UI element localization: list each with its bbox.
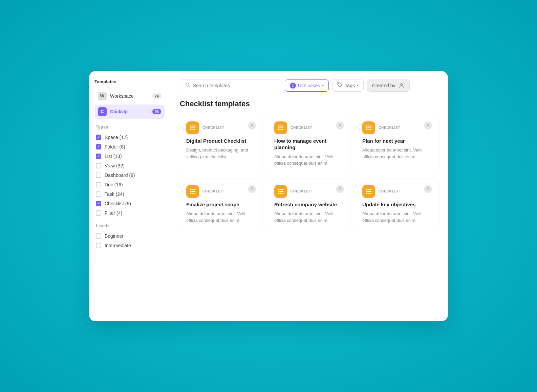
type-filter-task[interactable]: Task (24) (94, 190, 165, 199)
sidebar: Templates W Workspace 24 C ClickUp 96 Ty… (89, 71, 170, 321)
sidebar-types: Space (12) Folder (8) List (13) View (32… (94, 133, 165, 217)
folder-checkbox[interactable] (96, 144, 101, 149)
card-user-icon-2 (424, 121, 432, 130)
level-filter-beginner[interactable]: Beginner (94, 232, 165, 240)
view-checkbox[interactable] (96, 163, 101, 168)
main-content: 1 Use cases ▾ Tags ▾ Created by: (170, 71, 448, 321)
use-cases-button[interactable]: 1 Use cases ▾ (285, 79, 329, 92)
beginner-label: Beginner (105, 233, 124, 239)
search-input[interactable] (193, 83, 276, 88)
list-checkbox[interactable] (96, 154, 101, 159)
card-type-1: CHECKLIST (291, 126, 312, 130)
template-card-4[interactable]: CHECKLIST Refresh company website Aliqua… (268, 179, 350, 230)
created-by-label: Created by: (372, 83, 396, 88)
filter-label: Filter (4) (105, 210, 122, 216)
card-desc-5: Aliqua dolor do amet sint. Velit officia… (362, 210, 432, 224)
card-type-3: CHECKLIST (202, 189, 224, 193)
template-card-0[interactable]: CHECKLIST Digital Product Checklist Desi… (180, 115, 262, 173)
card-icon-wrap-5: CHECKLIST (362, 185, 400, 198)
card-user-icon-0 (248, 121, 256, 130)
card-icon-wrap-3: CHECKLIST (186, 185, 224, 198)
use-cases-badge: 1 (290, 83, 296, 89)
use-cases-label: Use cases (298, 83, 320, 88)
chevron-down-icon: ▾ (357, 84, 359, 87)
space-label: Space (12) (105, 135, 128, 140)
card-header-3: CHECKLIST (186, 185, 256, 198)
template-card-5[interactable]: CHECKLIST Update key objectives Aliqua d… (356, 179, 438, 230)
card-user-icon-4 (336, 185, 344, 193)
type-filter-folder[interactable]: Folder (8) (94, 142, 165, 151)
svg-point-11 (339, 124, 341, 125)
task-checkbox[interactable] (96, 191, 101, 197)
card-user-icon-1 (336, 121, 344, 130)
card-desc-4: Aliqua dolor do amet sint. Velit officia… (274, 210, 344, 224)
doc-checkbox[interactable] (96, 182, 101, 187)
svg-line-1 (189, 86, 190, 87)
card-desc-0: Design, product packaging, and selling p… (186, 147, 256, 160)
checklist-checkbox[interactable] (96, 201, 101, 206)
card-type-5: CHECKLIST (379, 189, 400, 193)
card-header-5: CHECKLIST (362, 185, 432, 198)
doc-label: Doc (16) (105, 182, 123, 187)
svg-point-7 (251, 124, 253, 125)
toolbar: 1 Use cases ▾ Tags ▾ Created by: (180, 79, 438, 92)
card-title-1: How to manage event planning (274, 138, 344, 151)
checklist-icon-4 (274, 185, 287, 198)
checklist-icon-5 (362, 185, 375, 198)
workspace-icon: W (98, 92, 107, 100)
card-icon-wrap-2: CHECKLIST (362, 121, 400, 134)
checklist-icon-2 (362, 121, 375, 134)
type-filter-space[interactable]: Space (12) (94, 133, 165, 142)
card-icon-wrap-4: CHECKLIST (274, 185, 312, 198)
intermediate-label: Intermediate (105, 243, 131, 248)
created-by-button[interactable]: Created by: (367, 79, 410, 92)
card-title-5: Update key objectives (362, 201, 432, 208)
beginner-checkbox[interactable] (96, 233, 101, 239)
type-filter-checklist[interactable]: Checklist (6) (94, 199, 165, 208)
filter-checkbox[interactable] (96, 210, 101, 216)
sidebar-title: Templates (94, 79, 165, 84)
list-label: List (13) (105, 154, 122, 159)
card-title-2: Plan for next year (362, 138, 432, 144)
card-title-3: Finalize project scope (186, 201, 256, 208)
card-desc-3: Aliqua dolor do amet sint. Velit officia… (186, 210, 256, 224)
types-section-title: Types (96, 125, 165, 130)
workspace-badge: 24 (152, 93, 161, 99)
svg-point-23 (339, 187, 341, 189)
sidebar-sources: W Workspace 24 C ClickUp 96 (94, 89, 165, 119)
card-user-icon-3 (248, 185, 256, 193)
card-user-icon-5 (424, 185, 432, 193)
type-filter-view[interactable]: View (32) (94, 161, 165, 170)
view-label: View (32) (105, 163, 125, 168)
level-filter-intermediate[interactable]: Intermediate (94, 241, 165, 250)
type-filter-filter[interactable]: Filter (4) (94, 209, 165, 217)
card-title-4: Refresh company website (274, 201, 344, 208)
template-card-1[interactable]: CHECKLIST How to manage event planning A… (268, 115, 350, 173)
checklist-icon-0 (186, 121, 199, 134)
checklist-label: Checklist (6) (105, 201, 131, 206)
card-type-0: CHECKLIST (202, 126, 224, 130)
sidebar-item-clickup[interactable]: C ClickUp 96 (94, 105, 165, 119)
sidebar-item-workspace[interactable]: W Workspace 24 (94, 89, 165, 103)
card-header-1: CHECKLIST (274, 121, 344, 134)
template-card-3[interactable]: CHECKLIST Finalize project scope Aliqua … (180, 179, 262, 230)
card-type-4: CHECKLIST (291, 189, 312, 193)
type-filter-doc[interactable]: Doc (16) (94, 180, 165, 189)
search-icon (185, 82, 190, 89)
svg-point-19 (251, 187, 253, 189)
templates-grid: CHECKLIST Digital Product Checklist Desi… (180, 115, 438, 230)
checklist-icon-3 (186, 185, 199, 198)
tags-label: Tags (345, 83, 355, 88)
tags-button[interactable]: Tags ▾ (332, 79, 364, 92)
template-card-2[interactable]: CHECKLIST Plan for next year Aliqua dolo… (356, 115, 438, 173)
type-filter-list[interactable]: List (13) (94, 152, 165, 161)
intermediate-checkbox[interactable] (96, 243, 101, 248)
svg-point-2 (339, 84, 339, 84)
folder-label: Folder (8) (105, 144, 125, 149)
search-box[interactable] (180, 79, 281, 92)
card-icon-wrap-0: CHECKLIST (186, 121, 224, 134)
dashboard-checkbox[interactable] (96, 172, 101, 178)
type-filter-dashboard[interactable]: Dashboard (8) (94, 171, 165, 180)
task-label: Task (24) (105, 191, 124, 197)
space-checkbox[interactable] (96, 135, 101, 140)
